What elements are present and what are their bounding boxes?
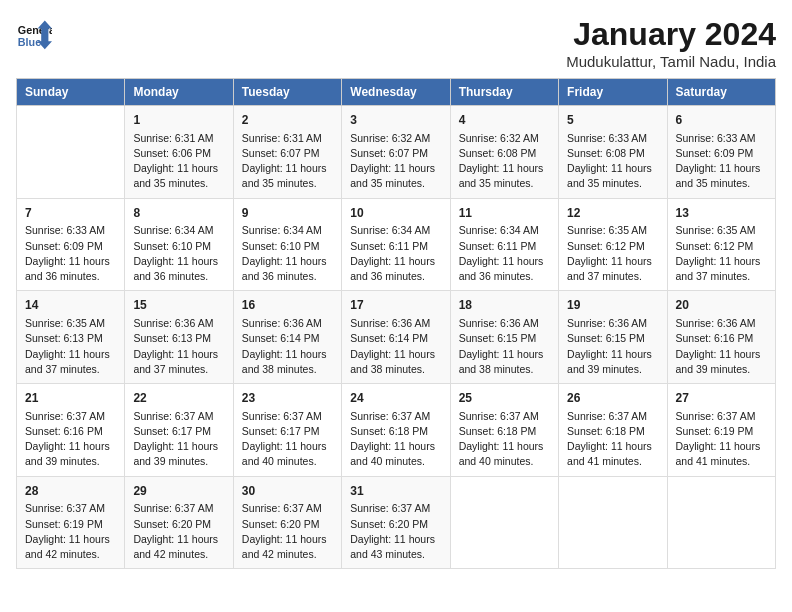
day-info: Sunrise: 6:32 AM Sunset: 6:08 PM Dayligh… [459,131,550,192]
day-info: Sunrise: 6:37 AM Sunset: 6:20 PM Dayligh… [350,501,441,562]
day-cell: 5Sunrise: 6:33 AM Sunset: 6:08 PM Daylig… [559,106,667,199]
day-number: 17 [350,297,441,314]
day-cell: 15Sunrise: 6:36 AM Sunset: 6:13 PM Dayli… [125,291,233,384]
day-info: Sunrise: 6:37 AM Sunset: 6:18 PM Dayligh… [567,409,658,470]
day-info: Sunrise: 6:37 AM Sunset: 6:20 PM Dayligh… [133,501,224,562]
day-info: Sunrise: 6:33 AM Sunset: 6:08 PM Dayligh… [567,131,658,192]
day-number: 25 [459,390,550,407]
title-area: January 2024 Mudukulattur, Tamil Nadu, I… [566,16,776,70]
header-thursday: Thursday [450,79,558,106]
day-cell: 27Sunrise: 6:37 AM Sunset: 6:19 PM Dayli… [667,384,775,477]
day-cell: 22Sunrise: 6:37 AM Sunset: 6:17 PM Dayli… [125,384,233,477]
day-info: Sunrise: 6:37 AM Sunset: 6:17 PM Dayligh… [133,409,224,470]
day-info: Sunrise: 6:37 AM Sunset: 6:20 PM Dayligh… [242,501,333,562]
day-info: Sunrise: 6:36 AM Sunset: 6:15 PM Dayligh… [459,316,550,377]
header-monday: Monday [125,79,233,106]
day-number: 10 [350,205,441,222]
day-cell: 26Sunrise: 6:37 AM Sunset: 6:18 PM Dayli… [559,384,667,477]
day-cell [559,476,667,569]
day-number: 6 [676,112,767,129]
day-info: Sunrise: 6:34 AM Sunset: 6:11 PM Dayligh… [459,223,550,284]
day-cell: 25Sunrise: 6:37 AM Sunset: 6:18 PM Dayli… [450,384,558,477]
day-cell: 12Sunrise: 6:35 AM Sunset: 6:12 PM Dayli… [559,198,667,291]
day-number: 27 [676,390,767,407]
day-number: 2 [242,112,333,129]
day-info: Sunrise: 6:36 AM Sunset: 6:16 PM Dayligh… [676,316,767,377]
day-number: 8 [133,205,224,222]
day-number: 18 [459,297,550,314]
day-cell: 24Sunrise: 6:37 AM Sunset: 6:18 PM Dayli… [342,384,450,477]
day-cell: 8Sunrise: 6:34 AM Sunset: 6:10 PM Daylig… [125,198,233,291]
day-cell: 28Sunrise: 6:37 AM Sunset: 6:19 PM Dayli… [17,476,125,569]
day-info: Sunrise: 6:37 AM Sunset: 6:18 PM Dayligh… [350,409,441,470]
day-number: 15 [133,297,224,314]
day-number: 11 [459,205,550,222]
week-row-4: 21Sunrise: 6:37 AM Sunset: 6:16 PM Dayli… [17,384,776,477]
day-cell [667,476,775,569]
week-row-5: 28Sunrise: 6:37 AM Sunset: 6:19 PM Dayli… [17,476,776,569]
day-cell: 20Sunrise: 6:36 AM Sunset: 6:16 PM Dayli… [667,291,775,384]
header-wednesday: Wednesday [342,79,450,106]
day-cell [450,476,558,569]
calendar-header-row: SundayMondayTuesdayWednesdayThursdayFrid… [17,79,776,106]
header-sunday: Sunday [17,79,125,106]
day-cell: 7Sunrise: 6:33 AM Sunset: 6:09 PM Daylig… [17,198,125,291]
day-cell: 19Sunrise: 6:36 AM Sunset: 6:15 PM Dayli… [559,291,667,384]
day-number: 30 [242,483,333,500]
day-number: 7 [25,205,116,222]
day-number: 29 [133,483,224,500]
day-number: 22 [133,390,224,407]
logo-icon: General Blue [16,16,52,52]
day-number: 19 [567,297,658,314]
day-info: Sunrise: 6:36 AM Sunset: 6:13 PM Dayligh… [133,316,224,377]
day-info: Sunrise: 6:36 AM Sunset: 6:15 PM Dayligh… [567,316,658,377]
day-number: 24 [350,390,441,407]
day-info: Sunrise: 6:37 AM Sunset: 6:19 PM Dayligh… [676,409,767,470]
main-title: January 2024 [566,16,776,53]
day-cell: 17Sunrise: 6:36 AM Sunset: 6:14 PM Dayli… [342,291,450,384]
day-info: Sunrise: 6:37 AM Sunset: 6:19 PM Dayligh… [25,501,116,562]
day-number: 23 [242,390,333,407]
day-number: 28 [25,483,116,500]
day-info: Sunrise: 6:37 AM Sunset: 6:16 PM Dayligh… [25,409,116,470]
day-number: 14 [25,297,116,314]
day-info: Sunrise: 6:34 AM Sunset: 6:10 PM Dayligh… [133,223,224,284]
day-cell: 18Sunrise: 6:36 AM Sunset: 6:15 PM Dayli… [450,291,558,384]
day-info: Sunrise: 6:33 AM Sunset: 6:09 PM Dayligh… [25,223,116,284]
header-tuesday: Tuesday [233,79,341,106]
calendar-table: SundayMondayTuesdayWednesdayThursdayFrid… [16,78,776,569]
day-cell: 6Sunrise: 6:33 AM Sunset: 6:09 PM Daylig… [667,106,775,199]
day-info: Sunrise: 6:37 AM Sunset: 6:17 PM Dayligh… [242,409,333,470]
day-cell [17,106,125,199]
header: General Blue January 2024 Mudukulattur, … [16,16,776,70]
day-number: 13 [676,205,767,222]
week-row-1: 1Sunrise: 6:31 AM Sunset: 6:06 PM Daylig… [17,106,776,199]
header-friday: Friday [559,79,667,106]
day-cell: 21Sunrise: 6:37 AM Sunset: 6:16 PM Dayli… [17,384,125,477]
day-cell: 9Sunrise: 6:34 AM Sunset: 6:10 PM Daylig… [233,198,341,291]
day-cell: 14Sunrise: 6:35 AM Sunset: 6:13 PM Dayli… [17,291,125,384]
day-info: Sunrise: 6:35 AM Sunset: 6:12 PM Dayligh… [676,223,767,284]
week-row-3: 14Sunrise: 6:35 AM Sunset: 6:13 PM Dayli… [17,291,776,384]
day-info: Sunrise: 6:35 AM Sunset: 6:12 PM Dayligh… [567,223,658,284]
day-cell: 23Sunrise: 6:37 AM Sunset: 6:17 PM Dayli… [233,384,341,477]
day-info: Sunrise: 6:32 AM Sunset: 6:07 PM Dayligh… [350,131,441,192]
day-info: Sunrise: 6:35 AM Sunset: 6:13 PM Dayligh… [25,316,116,377]
day-cell: 31Sunrise: 6:37 AM Sunset: 6:20 PM Dayli… [342,476,450,569]
day-number: 9 [242,205,333,222]
day-number: 5 [567,112,658,129]
day-info: Sunrise: 6:36 AM Sunset: 6:14 PM Dayligh… [350,316,441,377]
day-cell: 29Sunrise: 6:37 AM Sunset: 6:20 PM Dayli… [125,476,233,569]
day-cell: 16Sunrise: 6:36 AM Sunset: 6:14 PM Dayli… [233,291,341,384]
day-cell: 13Sunrise: 6:35 AM Sunset: 6:12 PM Dayli… [667,198,775,291]
day-number: 31 [350,483,441,500]
day-info: Sunrise: 6:33 AM Sunset: 6:09 PM Dayligh… [676,131,767,192]
day-cell: 4Sunrise: 6:32 AM Sunset: 6:08 PM Daylig… [450,106,558,199]
day-info: Sunrise: 6:34 AM Sunset: 6:10 PM Dayligh… [242,223,333,284]
day-cell: 2Sunrise: 6:31 AM Sunset: 6:07 PM Daylig… [233,106,341,199]
day-number: 3 [350,112,441,129]
day-number: 26 [567,390,658,407]
svg-text:Blue: Blue [18,36,41,48]
day-cell: 11Sunrise: 6:34 AM Sunset: 6:11 PM Dayli… [450,198,558,291]
logo: General Blue [16,16,52,52]
